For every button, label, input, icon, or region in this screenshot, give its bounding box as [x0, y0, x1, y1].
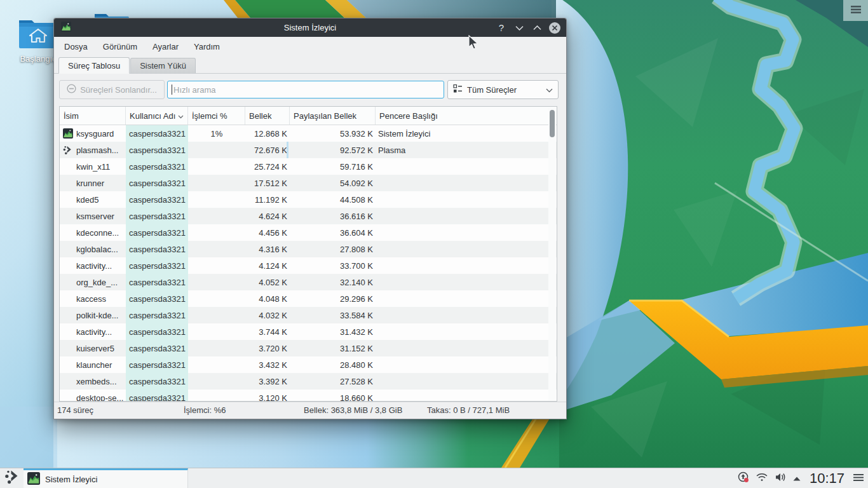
taskbar-task-system-monitor[interactable]: Sistem İzleyici: [24, 468, 188, 488]
volume-icon[interactable]: [774, 471, 787, 486]
desktop-toolbox-button[interactable]: [843, 0, 868, 21]
ksysguard-icon: [63, 128, 76, 139]
end-process-button[interactable]: Süreçleri Sonlandır...: [59, 80, 165, 99]
taskbar: Sistem İzleyici: [0, 468, 868, 488]
table-row[interactable]: kuiserver5caspersda33213.720 K31.152 K: [60, 340, 557, 356]
close-button[interactable]: [549, 22, 560, 34]
chevron-down-icon: [546, 85, 553, 95]
process-table: İsim Kullanıcı Adı İşlemci % Bellek Payl…: [59, 106, 557, 402]
menu-settings[interactable]: Ayarlar: [145, 39, 186, 54]
update-notifier-icon[interactable]: [737, 471, 750, 486]
tray-expander-button[interactable]: [792, 473, 801, 484]
maximize-button[interactable]: [531, 22, 543, 34]
column-header-memory[interactable]: Bellek: [245, 107, 290, 125]
memory-usage: Bellek: 363,8 MiB / 3,8 GiB: [304, 405, 402, 415]
table-row[interactable]: kaccesscaspersda33214.048 K29.296 K: [60, 290, 557, 307]
process-count: 174 süreç: [57, 405, 93, 415]
cpu-usage: İşlemci: %6: [184, 405, 226, 415]
column-header-window-title[interactable]: Pencere Başlığı: [376, 107, 557, 125]
menu-help[interactable]: Yardım: [186, 39, 227, 54]
table-row[interactable]: ksysguardcaspersda33211%12.868 K53.932 K…: [60, 125, 557, 142]
hamburger-icon: [850, 5, 862, 17]
table-row[interactable]: kded5caspersda332111.192 K44.508 K: [60, 191, 557, 208]
toolbar: Süreçleri Sonlandır... Hızlı arama Tüm S…: [54, 74, 566, 106]
sort-descending-icon: [178, 111, 184, 121]
table-header-row: İsim Kullanıcı Adı İşlemci % Bellek Payl…: [60, 107, 557, 125]
swap-usage: Takas: 0 B / 727,1 MiB: [427, 405, 510, 415]
process-list-icon: [453, 84, 463, 95]
plasma-icon: [63, 146, 76, 155]
system-monitor-window: Sistem İzleyici ? Dosya Görünüm Ayarlar …: [53, 18, 567, 419]
table-row[interactable]: kactivity...caspersda33213.744 K31.432 K: [60, 323, 557, 340]
menu-bar: Dosya Görünüm Ayarlar Yardım: [54, 37, 566, 57]
column-header-user[interactable]: Kullanıcı Adı: [126, 107, 188, 125]
tab-process-table[interactable]: Süreç Tablosu: [58, 57, 130, 74]
help-button[interactable]: ?: [496, 22, 507, 34]
table-row[interactable]: polkit-kde...caspersda33214.032 K33.584 …: [60, 307, 557, 323]
table-row[interactable]: kactivity...caspersda33214.124 K33.700 K: [60, 257, 557, 274]
column-header-cpu[interactable]: İşlemci %: [188, 107, 245, 125]
tab-bar: Süreç Tablosu Sistem Yükü: [54, 57, 566, 74]
column-caret-artifact: [287, 142, 288, 158]
window-title: Sistem İzleyici: [54, 23, 566, 32]
table-row[interactable]: plasmash...caspersda332172.676 K92.572 K…: [60, 142, 557, 158]
scrollbar-thumb[interactable]: [550, 110, 555, 137]
minimize-button[interactable]: [513, 22, 525, 34]
system-tray: 10:17: [737, 468, 868, 488]
end-process-icon: [67, 84, 76, 95]
caret-up-icon: [792, 473, 801, 484]
tab-system-load[interactable]: Sistem Yükü: [130, 58, 196, 73]
column-header-shared-memory[interactable]: Paylaşılan Bellek: [290, 107, 376, 125]
process-filter-dropdown[interactable]: Tüm Süreçler: [447, 80, 559, 99]
panel-overflow-button[interactable]: [853, 473, 864, 484]
table-row[interactable]: ksmservercaspersda33214.624 K36.616 K: [60, 208, 557, 224]
table-body: ksysguardcaspersda33211%12.868 K53.932 K…: [60, 125, 557, 402]
wifi-icon[interactable]: [756, 471, 768, 486]
text-cursor: [172, 85, 172, 95]
table-row[interactable]: xembeds...caspersda33213.392 K27.528 K: [60, 373, 557, 390]
search-placeholder: Hızlı arama: [173, 85, 215, 95]
task-label: Sistem İzleyici: [45, 475, 97, 484]
menu-file[interactable]: Dosya: [57, 39, 95, 54]
table-row[interactable]: krunnercaspersda332117.512 K54.092 K: [60, 175, 557, 191]
ksysguard-icon: [27, 472, 40, 487]
column-header-name[interactable]: İsim: [60, 107, 126, 125]
application-launcher-button[interactable]: [0, 468, 24, 488]
digital-clock[interactable]: 10:17: [810, 470, 844, 487]
menu-view[interactable]: Görünüm: [95, 39, 145, 54]
status-bar: 174 süreç İşlemci: %6 Bellek: 363,8 MiB …: [54, 402, 566, 419]
table-row[interactable]: kwin_x11caspersda332125.724 K59.716 K: [60, 158, 557, 175]
table-row[interactable]: kglobalac...caspersda33214.316 K27.808 K: [60, 241, 557, 257]
table-row[interactable]: org_kde_...caspersda33214.052 K32.140 K: [60, 274, 557, 290]
search-input[interactable]: Hızlı arama: [167, 81, 444, 98]
plasma-logo-icon: [4, 470, 20, 487]
table-row[interactable]: klaunchercaspersda33213.432 K28.480 K: [60, 356, 557, 373]
hamburger-icon: [853, 473, 864, 484]
table-row[interactable]: kdeconne...caspersda33214.456 K36.604 K: [60, 224, 557, 241]
vertical-scrollbar[interactable]: [548, 107, 556, 400]
window-titlebar[interactable]: Sistem İzleyici ?: [54, 18, 566, 37]
mouse-cursor: [468, 35, 480, 53]
table-row[interactable]: desktop-se...caspersda33213.120 K18.660 …: [60, 390, 557, 402]
